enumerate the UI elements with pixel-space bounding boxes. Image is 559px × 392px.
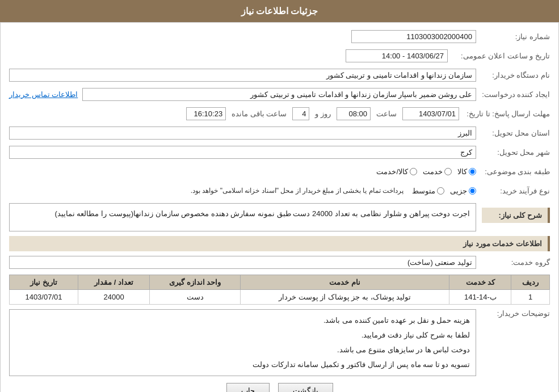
buyer-notes-value: هزینه حمل و نقل بر عهده تامین کننده می ب… <box>9 309 476 376</box>
deadline-days-label: روز و <box>315 109 331 118</box>
col-quantity: تعداد / مقدار <box>78 275 149 290</box>
category-option-kala[interactable]: کالا <box>457 167 476 176</box>
col-service-name: نام خدمت <box>240 275 449 290</box>
purchase-label-motavaset: متوسط <box>412 187 435 195</box>
deadline-label: مهلت ارسال پاسخ: تا تاریخ: <box>459 109 550 118</box>
table-cell-service_name: تولید پوشاک، به جز پوشاک از پوست خردار <box>240 290 449 305</box>
category-label-kala: کالا <box>457 167 467 176</box>
print-button[interactable]: چاپ <box>226 383 270 392</box>
service-group-value: تولید صنعتی (ساخت) <box>9 256 476 269</box>
city-row: شهر محل تحویل: کرج <box>9 144 550 160</box>
category-options: کالا/خدمت خدمت کالا <box>376 167 476 176</box>
category-option-kala-khedmat[interactable]: کالا/خدمت <box>376 167 417 176</box>
service-group-row: گروه خدمت: تولید صنعتی (ساخت) <box>9 254 550 270</box>
description-value: اجرت دوخت پیراهن و شلوار نظامی به تعداد … <box>9 203 476 231</box>
table-cell-row_num: 1 <box>511 290 550 305</box>
org-label: نام دستگاه خریدار: <box>476 71 550 79</box>
purchase-option-motavaset[interactable]: متوسط <box>412 187 444 195</box>
table-cell-quantity: 24000 <box>78 290 149 305</box>
page-header: جزئیات اطلاعات نیاز <box>0 0 559 22</box>
col-service-code: کد خدمت <box>449 275 511 290</box>
buyer-note-line: لطفا به شرح کلی نیاز دقت فرمایید. <box>15 328 470 343</box>
purchase-options: متوسط جزیی <box>412 187 476 195</box>
col-date: تاریخ نیاز <box>10 275 78 290</box>
deadline-time-label: ساعت <box>376 109 397 118</box>
category-option-khedmat[interactable]: خدمت <box>423 167 452 176</box>
purchase-type-row: نوع فرآیند خرید: متوسط جزیی پرداخت تمام … <box>9 183 550 199</box>
purchase-radio-motavaset[interactable] <box>437 187 444 195</box>
city-label: شهر محل تحویل: <box>476 148 550 157</box>
button-row: بازگشت چاپ <box>9 383 550 392</box>
buyer-note-line: دوخت لباس ها در سایزهای متنوع می باشد. <box>15 343 470 357</box>
deadline-days: 4 <box>292 107 309 120</box>
purchase-option-jozi[interactable]: جزیی <box>450 187 476 195</box>
org-row: نام دستگاه خریدار: سازمان زندانها و اقدا… <box>9 67 550 83</box>
services-table: ردیف کد خدمت نام خدمت واحد اندازه گیری ت… <box>9 275 550 305</box>
col-row-num: ردیف <box>511 275 550 290</box>
notice-number-row: شماره نیاز: 1103003002000400 <box>9 28 550 44</box>
province-row: استان محل تحویل: البرز <box>9 125 550 141</box>
province-value: البرز <box>9 127 476 140</box>
deadline-time: 08:00 <box>337 107 371 120</box>
services-table-section: ردیف کد خدمت نام خدمت واحد اندازه گیری ت… <box>9 275 550 305</box>
table-cell-date: 1403/07/01 <box>10 290 78 305</box>
creator-value: علی روشن ضمیر باسپار سازمان زندانها و اق… <box>82 88 476 101</box>
deadline-remaining-label: ساعت باقی مانده <box>232 109 287 118</box>
city-value: کرج <box>9 146 476 159</box>
table-cell-unit: دست <box>150 290 240 305</box>
purchase-radio-jozi[interactable] <box>469 187 476 195</box>
description-row: شرح کلی نیاز: اجرت دوخت پیراهن و شلوار ن… <box>9 203 550 231</box>
back-button[interactable]: بازگشت <box>278 383 333 392</box>
category-radio-khedmat[interactable] <box>444 168 452 175</box>
purchase-type-label: نوع فرآیند خرید: <box>476 187 550 195</box>
buyer-note-line: تسویه دو تا سه ماه پس از ارسال فاکتور و … <box>15 357 470 372</box>
service-group-label: گروه خدمت: <box>476 258 550 267</box>
announce-date-row: تاریخ و ساعت اعلان عمومی: 1403/06/27 - 1… <box>9 48 550 64</box>
notice-number-label: شماره نیاز: <box>476 32 550 41</box>
purchase-label-jozi: جزیی <box>450 187 467 195</box>
category-label-kala-khedmat: کالا/خدمت <box>376 167 408 176</box>
table-cell-service_code: ب-14-141 <box>449 290 511 305</box>
category-radio-kala[interactable] <box>469 168 476 175</box>
buyer-note-line: هزینه حمل و نقل بر عهده تامین کننده می ب… <box>15 313 470 328</box>
category-radio-kala-khedmat[interactable] <box>410 168 417 175</box>
buyer-notes-label: توضیحات خریدار: <box>476 309 550 318</box>
buyer-notes-row: توضیحات خریدار: هزینه حمل و نقل بر عهده … <box>9 309 550 376</box>
deadline-row: مهلت ارسال پاسخ: تا تاریخ: 1403/07/01 سا… <box>9 106 550 121</box>
services-info-title: اطلاعات خدمات مورد نیاز <box>9 236 550 251</box>
table-row: 1ب-14-141تولید پوشاک، به جز پوشاک از پوس… <box>10 290 550 305</box>
purchase-note: پرداخت تمام یا بخشی از مبلغ خریدار از مح… <box>191 187 404 195</box>
announce-date-value: 1403/06/27 - 14:00 <box>346 49 448 62</box>
description-label: شرح کلی نیاز: <box>482 208 550 223</box>
creator-label: ایجاد کننده درخواست: <box>476 90 550 99</box>
province-label: استان محل تحویل: <box>476 129 550 137</box>
category-label-khedmat: خدمت <box>423 167 443 176</box>
notice-number-value: 1103003002000400 <box>351 30 476 43</box>
page-title: جزئیات اطلاعات نیاز <box>241 6 318 16</box>
deadline-date: 1403/07/01 <box>402 107 459 120</box>
contact-link[interactable]: اطلاعات تماس خریدار <box>9 90 78 99</box>
announce-date-label: تاریخ و ساعت اعلان عمومی: <box>448 52 550 60</box>
category-row: طبقه بندی موضوعی: کالا/خدمت خدمت کالا <box>9 163 550 179</box>
col-unit: واحد اندازه گیری <box>150 275 240 290</box>
category-label: طبقه بندی موضوعی: <box>476 167 550 176</box>
org-value: سازمان زندانها و اقدامات تامینی و تربیتی… <box>9 69 476 82</box>
creator-row: ایجاد کننده درخواست: علی روشن ضمیر باسپا… <box>9 86 550 102</box>
deadline-remaining: 16:10:23 <box>186 107 226 120</box>
